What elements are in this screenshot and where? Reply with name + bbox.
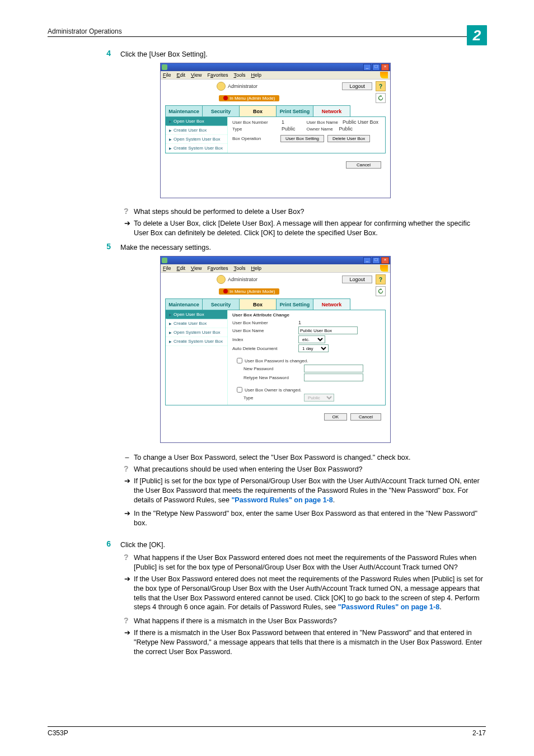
browser-logo-icon [380,72,388,78]
sidebar-item-create-user-box[interactable]: ▶Create User Box [166,126,227,135]
sidebar-item-create-system-user-box[interactable]: ▶Create System User Box [166,144,227,153]
menu-tools[interactable]: Tools [233,72,245,78]
box-operation-label: Box Operation [232,136,277,141]
minimize-icon[interactable]: _ [363,257,371,264]
menu-file[interactable]: File [163,72,171,78]
bottom-bar: OK Cancel [161,410,390,426]
chevron-right-icon: ▶ [169,128,172,132]
password-changed-checkbox[interactable] [237,358,242,363]
tab-print-setting[interactable]: Print Setting [276,298,313,310]
logout-button[interactable]: Logout [342,82,372,90]
cancel-button[interactable]: Cancel [350,413,381,421]
step-6-question-1: What happens if the User Box Password en… [134,553,484,572]
browser-menubar: File Edit View Favorites Tools Help [161,71,390,80]
password-rules-link[interactable]: "Password Rules" on page 1-8 [338,603,439,611]
userbox-number-value: 1 [282,119,284,125]
tab-strip: Maintenance Security Box Print Setting N… [165,298,386,310]
refresh-icon[interactable] [376,93,386,103]
userbox-name-value: Public User Box [343,119,378,125]
delete-user-box-button[interactable]: Delete User Box [327,135,370,142]
main-content: User Box Number1 TypePublic User Box Nam… [228,117,385,153]
side-nav: ▶Open User Box ▶Create User Box ▶Open Sy… [166,310,228,405]
menu-view[interactable]: View [191,72,202,78]
menu-help[interactable]: Help [251,265,261,271]
retype-password-input[interactable] [304,374,363,381]
step-4-text: Click the [User Box Setting]. [120,50,484,59]
step-6-text: Click the [OK]. [120,540,484,550]
refresh-icon[interactable] [376,286,386,296]
step-6-notes: What happens if the User Box Password en… [120,551,484,657]
page: Administrator Operations 2 4 Click the [… [0,0,534,756]
ok-button[interactable]: OK [324,413,348,421]
maximize-icon[interactable]: □ [372,257,380,264]
tab-maintenance[interactable]: Maintenance [165,298,203,310]
admin-label: Administrator [228,277,257,282]
question-icon [124,617,130,626]
admin-header: Administrator Logout ? [161,273,390,286]
chevron-right-icon: ▶ [169,330,172,334]
admin-mode-button[interactable]: In Menu (Admin Mode) [219,288,279,295]
browser-menubar: File Edit View Favorites Tools Help [161,264,390,273]
main-content: User Box Attribute Change User Box Numbe… [228,310,385,405]
user-box-name-input[interactable] [298,326,358,334]
screenshot-user-box-attribute-change: _ □ × File Edit View Favorites Tools Hel… [160,256,391,443]
menu-help[interactable]: Help [251,72,261,78]
menu-favorites[interactable]: Favorites [207,265,228,271]
tab-maintenance[interactable]: Maintenance [165,105,203,116]
content-panel: ▶Open User Box ▶Create User Box ▶Open Sy… [165,310,386,405]
tab-box[interactable]: Box [239,298,277,310]
new-password-input[interactable] [304,365,363,372]
user-box-setting-button[interactable]: User Box Setting [280,135,324,142]
step-6-answer-2: If there is a mismatch in the User Box P… [134,628,484,657]
step-6-answer-1: If the User Box Password entered does no… [134,575,484,613]
sidebar-item-open-user-box[interactable]: ▶Open User Box [166,310,227,319]
index-select[interactable]: etc. [298,335,325,343]
logout-button[interactable]: Logout [342,276,372,283]
tab-print-setting[interactable]: Print Setting [276,105,313,116]
index-label: Index [232,337,277,342]
help-icon[interactable]: ? [376,274,386,284]
sidebar-item-create-user-box[interactable]: ▶Create User Box [166,319,227,328]
content-panel: ▶Open User Box ▶Create User Box ▶Open Sy… [165,116,386,153]
screenshot-user-box-setting: _ □ × File Edit View Favorites Tools Hel… [160,63,391,198]
step-5-question: What precautions should be used when ent… [134,465,484,474]
admin-mode-button[interactable]: In Menu (Admin Mode) [219,95,279,101]
tab-network[interactable]: Network [313,298,350,310]
menu-tools[interactable]: Tools [233,265,245,271]
tab-security[interactable]: Security [202,105,240,116]
close-icon[interactable]: × [381,64,389,71]
menu-view[interactable]: View [191,265,202,271]
menu-favorites[interactable]: Favorites [207,72,228,78]
step-4-question: What steps should be performed to delete… [134,207,484,217]
auto-delete-select[interactable]: 1 day [298,344,329,352]
menu-file[interactable]: File [163,265,171,271]
close-icon[interactable]: × [381,257,389,264]
chevron-right-icon: ▶ [169,146,172,150]
menu-edit[interactable]: Edit [177,72,186,78]
type-label: Type [232,127,277,132]
ubname-label: User Box Name [232,328,277,333]
cancel-button[interactable]: Cancel [346,161,381,169]
arrow-right-icon: ➔ [120,628,134,638]
menu-edit[interactable]: Edit [177,265,186,271]
admin-icon [217,275,226,284]
panel-heading: User Box Attribute Change [232,312,381,318]
tab-box[interactable]: Box [239,105,277,116]
chevron-right-icon: ▶ [169,137,172,141]
sidebar-item-open-system-user-box[interactable]: ▶Open System User Box [166,328,227,337]
footer-model: C353P [48,729,68,737]
ubn-value: 1 [298,320,301,325]
type-value: Public [282,126,296,132]
password-rules-link[interactable]: "Password Rules" on page 1-8 [231,496,332,504]
arrow-right-icon: ➔ [120,219,134,228]
help-icon[interactable]: ? [376,81,386,91]
sidebar-item-create-system-user-box[interactable]: ▶Create System User Box [166,337,227,346]
tab-network[interactable]: Network [313,105,350,116]
maximize-icon[interactable]: □ [372,64,380,71]
owner-changed-checkbox[interactable] [237,387,242,393]
sidebar-item-open-system-user-box[interactable]: ▶Open System User Box [166,135,227,144]
minimize-icon[interactable]: _ [363,64,371,71]
step-4-number: 4 [100,49,111,58]
sidebar-item-open-user-box[interactable]: ▶Open User Box [166,117,227,126]
tab-security[interactable]: Security [202,298,240,310]
